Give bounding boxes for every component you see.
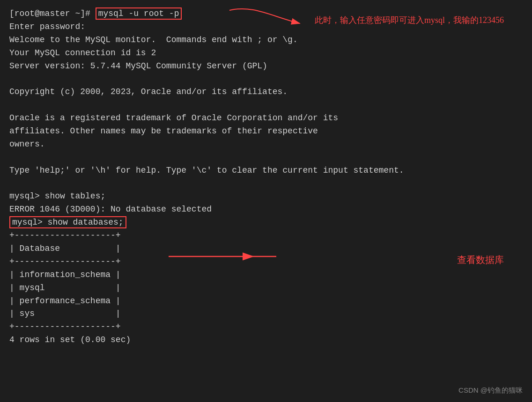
terminal-line-3: Welcome to the MySQL monitor. Commands e… [9,34,523,47]
mysql-command-highlight: mysql -u root -p [96,7,182,20]
terminal-line-15: mysql> show tables; [9,190,523,203]
terminal-line-26: 4 rows in set (0.00 sec) [9,334,523,347]
terminal-line-24: | sys | [9,307,523,321]
terminal-line-7: Copyright (c) 2000, 2023, Oracle and/or … [9,86,523,99]
terminal-line-9: Oracle is a registered trademark of Orac… [9,112,523,125]
terminal-line-4: Your MySQL connection id is 2 [9,47,523,60]
csdn-watermark: CSDN @钓鱼的猫咪 [458,385,523,395]
terminal-line-5: Server version: 5.7.44 MySQL Community S… [9,60,523,73]
terminal-line-20: +--------------------+ [9,256,523,269]
prompt-text: [root@master ~]# [9,9,96,18]
terminal-line-6 [9,73,523,86]
terminal-line-19: | Database | [9,242,523,256]
terminal-line-2: Enter password: [9,21,523,34]
terminal-line-23: | performance_schema | [9,295,523,308]
terminal-line-22: | mysql | [9,282,523,295]
terminal-line-14 [9,177,523,190]
terminal-line-8 [9,99,523,112]
terminal-line-25: +--------------------+ [9,321,523,334]
terminal-line-13: Type 'help;' or '\h' for help. Type '\c'… [9,164,523,177]
terminal-line-12 [9,151,523,164]
terminal-line-17: mysql> show databases; [9,216,523,229]
terminal-line-16: ERROR 1046 (3D000): No database selected [9,203,523,216]
show-databases-highlight: mysql> show databases; [9,216,126,228]
terminal-line-11: owners. [9,138,523,151]
terminal-window: [root@master ~]# mysql -u root -p Enter … [0,0,532,402]
terminal-line-18: +--------------------+ [9,229,523,242]
terminal-line-1: [root@master ~]# mysql -u root -p [9,7,523,21]
terminal-line-21: | information_schema | [9,269,523,282]
terminal-line-10: affiliates. Other names may be trademark… [9,125,523,138]
